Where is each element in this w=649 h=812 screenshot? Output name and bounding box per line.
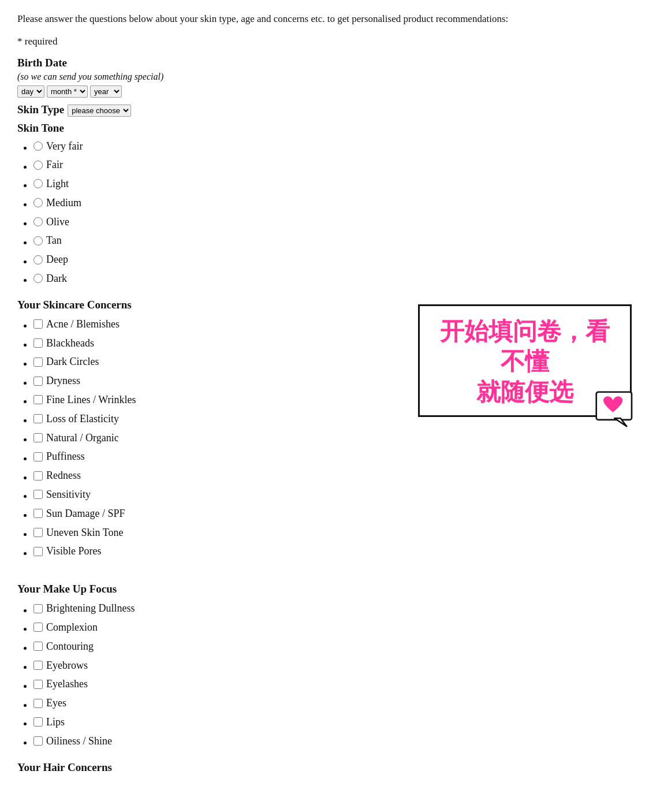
skincare-concern-item[interactable]: Natural / Organic — [33, 430, 632, 446]
skin-tone-item[interactable]: Tan — [33, 232, 632, 249]
birth-date-selects: day1234567891011121314151617181920212223… — [17, 85, 632, 98]
month-select[interactable]: month *JanFebMarAprMayJunJulAugSepOctNov… — [47, 85, 88, 98]
hair-concerns-section: Your Hair Concerns — [17, 761, 632, 774]
intro-text: Please answer the questions below about … — [17, 12, 632, 27]
birth-date-label: Birth Date — [17, 57, 632, 69]
skin-tone-item[interactable]: Deep — [33, 251, 632, 268]
skincare-concern-item[interactable]: Puffiness — [33, 448, 632, 465]
skin-tone-list: Very fairFairLightMediumOliveTanDeepDark — [17, 138, 632, 287]
makeup-focus-item[interactable]: Contouring — [33, 638, 632, 655]
makeup-focus-section: Your Make Up Focus Brightening DullnessC… — [17, 583, 632, 749]
overlay-text-line1: 开始填问卷，看不懂 — [431, 316, 618, 377]
makeup-focus-item[interactable]: Eyes — [33, 695, 632, 712]
skin-tone-label: Skin Tone — [17, 122, 632, 135]
overlay-text-line2: 就随便选 — [431, 377, 618, 408]
birth-date-section: Birth Date (so we can send you something… — [17, 57, 632, 98]
makeup-focus-item[interactable]: Eyebrows — [33, 657, 632, 674]
overlay-box: 开始填问卷，看不懂 就随便选 — [418, 304, 632, 418]
skin-type-label: Skin Type — [17, 103, 64, 116]
skincare-concern-item[interactable]: Visible Pores — [33, 543, 632, 560]
makeup-focus-item[interactable]: Complexion — [33, 619, 632, 636]
makeup-focus-item[interactable]: Lips — [33, 714, 632, 731]
skincare-concern-item[interactable]: Sun Damage / SPF — [33, 505, 632, 522]
heart-icon — [595, 391, 636, 431]
skin-tone-item[interactable]: Fair — [33, 157, 632, 173]
skincare-concern-item[interactable]: Redness — [33, 467, 632, 484]
skin-tone-section: Skin Tone Very fairFairLightMediumOliveT… — [17, 122, 632, 287]
skin-type-row: Skin Type please chooseOilyDryCombinatio… — [17, 103, 632, 118]
makeup-focus-heading: Your Make Up Focus — [17, 583, 632, 595]
hair-concerns-heading: Your Hair Concerns — [17, 761, 632, 774]
makeup-focus-list: Brightening DullnessComplexionContouring… — [17, 600, 632, 749]
birth-date-sub: (so we can send you something special) — [17, 72, 632, 82]
skin-tone-item[interactable]: Dark — [33, 270, 632, 287]
skincare-concern-item[interactable]: Uneven Skin Tone — [33, 524, 632, 541]
skin-tone-item[interactable]: Light — [33, 176, 632, 192]
skin-tone-item[interactable]: Very fair — [33, 138, 632, 155]
skincare-concerns-section: Your Skincare Concerns Acne / BlemishesB… — [17, 299, 632, 571]
makeup-focus-item[interactable]: Eyelashes — [33, 676, 632, 692]
makeup-focus-item[interactable]: Brightening Dullness — [33, 600, 632, 617]
day-select[interactable]: day1234567891011121314151617181920212223… — [17, 85, 44, 98]
skin-type-select[interactable]: please chooseOilyDryCombinationNormalSen… — [68, 105, 131, 117]
required-label: * required — [17, 36, 632, 47]
skincare-concern-item[interactable]: Sensitivity — [33, 486, 632, 503]
makeup-focus-item[interactable]: Oiliness / Shine — [33, 733, 632, 750]
skin-tone-item[interactable]: Medium — [33, 195, 632, 211]
skin-tone-item[interactable]: Olive — [33, 214, 632, 230]
year-select[interactable]: year200019991998199719961995199419931992… — [90, 85, 122, 98]
